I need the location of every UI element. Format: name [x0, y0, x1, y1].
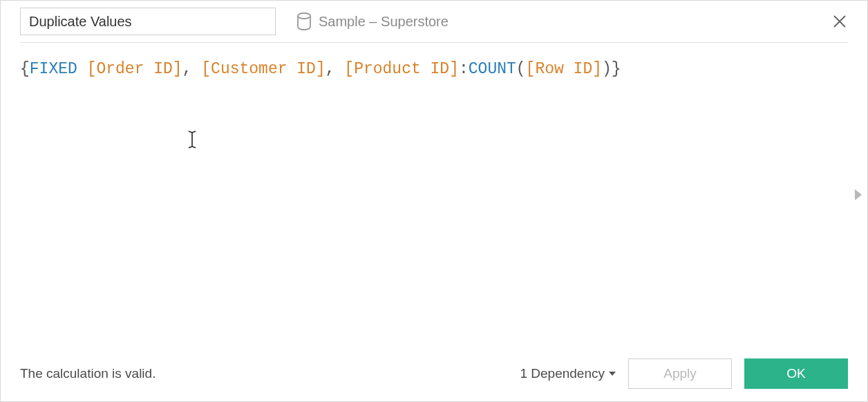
close-icon — [833, 15, 847, 28]
brace-close: } — [612, 60, 621, 78]
expand-function-panel-button[interactable] — [855, 189, 862, 200]
formula-line: {FIXED [Order ID], [Customer ID], [Produ… — [20, 58, 848, 80]
dialog-footer: The calculation is valid. 1 Dependency A… — [1, 346, 867, 401]
formula-editor[interactable]: {FIXED [Order ID], [Customer ID], [Produ… — [1, 43, 867, 346]
dependencies-label: 1 Dependency — [520, 366, 605, 381]
field-row-id: [Row ID] — [526, 60, 602, 78]
database-icon — [296, 12, 312, 30]
ok-button[interactable]: OK — [744, 358, 848, 389]
brace-open: { — [20, 60, 30, 78]
close-button[interactable] — [831, 13, 848, 30]
field-product-id: [Product ID] — [344, 60, 459, 78]
calculation-editor-dialog: Sample – Superstore {FIXED [Order ID], [… — [0, 0, 868, 402]
datasource-label: Sample – Superstore — [319, 14, 449, 30]
dialog-header: Sample – Superstore — [1, 1, 867, 42]
calculation-name-input[interactable] — [20, 8, 276, 35]
text-cursor-icon — [187, 129, 197, 156]
svg-point-0 — [298, 13, 310, 19]
dependencies-dropdown[interactable]: 1 Dependency — [520, 366, 616, 381]
field-order-id: [Order ID] — [87, 60, 182, 78]
chevron-down-icon — [609, 372, 616, 376]
func-count: COUNT — [469, 60, 516, 78]
field-customer-id: [Customer ID] — [201, 60, 325, 78]
validation-status: The calculation is valid. — [20, 366, 507, 381]
apply-button[interactable]: Apply — [628, 358, 732, 389]
datasource-indicator[interactable]: Sample – Superstore — [296, 12, 449, 30]
keyword-fixed: FIXED — [30, 60, 77, 78]
